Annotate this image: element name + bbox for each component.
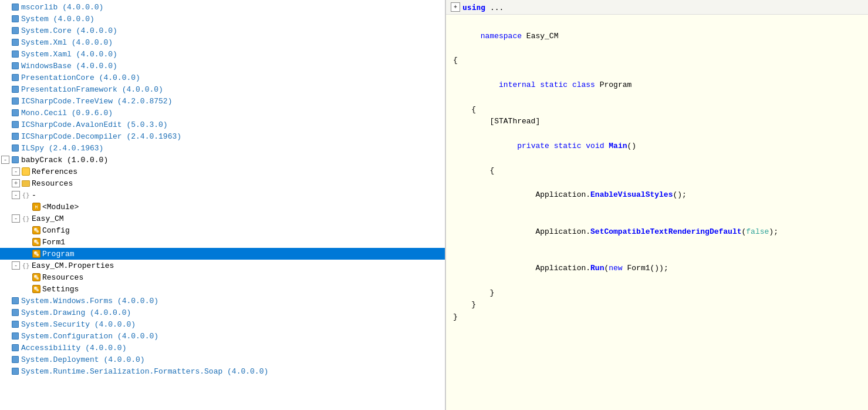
- assembly-icon: [11, 343, 20, 352]
- tree-item[interactable]: Resources: [0, 271, 445, 283]
- expand-collapse-icon[interactable]: [1, 331, 11, 341]
- expand-collapse-icon[interactable]: -: [12, 167, 20, 176]
- tree-item[interactable]: System.Configuration (4.0.0.0): [0, 330, 445, 342]
- tree-item[interactable]: M <Module>: [0, 201, 445, 213]
- expand-collapse-icon[interactable]: [1, 143, 11, 153]
- tree-item-label: System.Xml (4.0.0.0): [21, 38, 113, 47]
- code-line-class-decl: internal static class Program: [453, 67, 861, 103]
- code-line-set-compat: Application.SetCompatibleTextRenderingDe…: [453, 214, 861, 250]
- code-line-close1: }: [453, 311, 861, 324]
- tree-item[interactable]: System.Deployment (4.0.0.0): [0, 354, 445, 365]
- tree-item[interactable]: System (4.0.0.0): [0, 13, 445, 25]
- expand-collapse-icon[interactable]: [1, 49, 11, 59]
- expand-collapse-icon[interactable]: [1, 26, 11, 35]
- tree-item[interactable]: -{} -: [0, 189, 445, 201]
- expand-collapse-icon[interactable]: [22, 249, 32, 258]
- expand-collapse-icon[interactable]: +: [12, 179, 20, 187]
- namespace-keyword: namespace: [481, 32, 522, 41]
- tree-item[interactable]: ICSharpCode.Decompiler (2.4.0.1963): [0, 130, 445, 142]
- expand-collapse-icon[interactable]: [1, 320, 11, 329]
- expand-collapse-icon[interactable]: -: [12, 261, 20, 270]
- tree-item[interactable]: ILSpy (2.4.0.1963): [0, 142, 445, 154]
- expand-collapse-icon[interactable]: [1, 38, 11, 47]
- assembly-icon: [11, 132, 20, 141]
- tree-item[interactable]: WindowsBase (4.0.0.0): [0, 60, 445, 72]
- assembly-icon: [11, 120, 20, 129]
- expand-collapse-icon[interactable]: [1, 355, 11, 364]
- class-keyword: class: [572, 80, 595, 89]
- expand-collapse-icon[interactable]: -: [1, 156, 9, 164]
- tree-item-label: Settings: [42, 285, 79, 294]
- expand-collapse-icon[interactable]: [1, 73, 11, 82]
- tree-item[interactable]: System.Security (4.0.0.0): [0, 318, 445, 330]
- expand-collapse-icon[interactable]: [22, 226, 32, 235]
- tree-item[interactable]: ICSharpCode.TreeView (4.2.0.8752): [0, 95, 445, 107]
- expand-collapse-icon[interactable]: [1, 343, 11, 352]
- assembly-icon: [11, 355, 20, 364]
- code-line-open3: {: [453, 165, 861, 177]
- using-expand-button[interactable]: +: [451, 2, 460, 12]
- tree-item[interactable]: System.Drawing (4.0.0.0): [0, 307, 445, 318]
- expand-collapse-icon[interactable]: [1, 61, 11, 70]
- assembly-icon: [11, 308, 20, 317]
- expand-collapse-icon[interactable]: [22, 284, 32, 294]
- code-line-run: Application.Run(new Form1());: [453, 250, 861, 287]
- tree-item-label: Form1: [42, 238, 65, 247]
- expand-collapse-icon[interactable]: [1, 367, 11, 376]
- expand-collapse-icon[interactable]: [1, 85, 11, 94]
- code-line-namespace: namespace Easy_CM: [453, 18, 861, 55]
- tree-item-label: System.Windows.Forms (4.0.0.0): [21, 297, 158, 305]
- tree-item[interactable]: -{} Easy_CM: [0, 213, 445, 224]
- tree-item[interactable]: Mono.Cecil (0.9.6.0): [0, 107, 445, 119]
- tree-item[interactable]: PresentationFramework (4.0.0.0): [0, 83, 445, 95]
- code-line-open1: {: [453, 55, 861, 67]
- tree-item[interactable]: System.Xaml (4.0.0.0): [0, 48, 445, 60]
- tree-item[interactable]: System.Xml (4.0.0.0): [0, 36, 445, 48]
- expand-collapse-icon[interactable]: -: [12, 214, 20, 223]
- tree-item[interactable]: PresentationCore (4.0.0.0): [0, 72, 445, 83]
- tree-item[interactable]: Accessibility (4.0.0.0): [0, 342, 445, 354]
- tree-item[interactable]: mscorlib (4.0.0.0): [0, 1, 445, 13]
- tree-item[interactable]: ICSharpCode.AvalonEdit (5.0.3.0): [0, 119, 445, 130]
- tree-item[interactable]: - babyCrack (1.0.0.0): [0, 154, 445, 166]
- expand-collapse-icon[interactable]: [22, 273, 32, 282]
- expand-icon: +: [454, 4, 457, 11]
- tree-item[interactable]: + Resources: [0, 177, 445, 189]
- expand-collapse-icon[interactable]: [22, 202, 32, 211]
- tree-item-label: ICSharpCode.TreeView (4.2.0.8752): [21, 97, 172, 106]
- code-panel: + using ... namespace Easy_CM { internal…: [446, 0, 868, 410]
- assembly-icon: [11, 296, 20, 305]
- tree-item[interactable]: System.Runtime.Serialization.Formatters.…: [0, 365, 445, 377]
- expand-collapse-icon[interactable]: [1, 132, 11, 141]
- tree-item[interactable]: Settings: [0, 283, 445, 295]
- namespace-icon: {}: [21, 214, 31, 223]
- expand-collapse-icon[interactable]: [1, 108, 11, 117]
- tree-item[interactable]: Config: [0, 224, 445, 236]
- tree-item-label: Mono.Cecil (0.9.6.0): [21, 109, 113, 117]
- namespace-icon: {}: [21, 261, 31, 270]
- class-icon: [32, 249, 41, 258]
- tree-panel[interactable]: mscorlib (4.0.0.0) System (4.0.0.0) Syst…: [0, 0, 446, 410]
- tree-item-label: WindowsBase (4.0.0.0): [21, 62, 117, 70]
- expand-collapse-icon[interactable]: [1, 96, 11, 106]
- tree-item[interactable]: -{} Easy_CM.Properties: [0, 260, 445, 271]
- expand-collapse-icon[interactable]: [1, 120, 11, 129]
- tree-item[interactable]: - References: [0, 166, 445, 177]
- tree-item[interactable]: System.Windows.Forms (4.0.0.0): [0, 295, 445, 307]
- code-line-close3: }: [453, 287, 861, 300]
- expand-collapse-icon[interactable]: [1, 14, 11, 23]
- expand-collapse-icon[interactable]: [1, 2, 11, 12]
- expand-collapse-icon[interactable]: -: [12, 191, 20, 199]
- tree-item[interactable]: Form1: [0, 236, 445, 248]
- expand-collapse-icon[interactable]: [1, 308, 11, 317]
- assembly-icon: [11, 331, 20, 341]
- assembly-icon: [11, 143, 20, 153]
- code-line-close2: }: [453, 299, 861, 311]
- tree-item-label: References: [32, 167, 77, 176]
- tree-item[interactable]: Program: [0, 248, 445, 260]
- tree-item[interactable]: System.Core (4.0.0.0): [0, 25, 445, 36]
- assembly-icon: [11, 61, 20, 70]
- expand-collapse-icon[interactable]: [22, 237, 32, 247]
- expand-collapse-icon[interactable]: [1, 296, 11, 305]
- tree-item-label: System.Runtime.Serialization.Formatters.…: [21, 367, 268, 376]
